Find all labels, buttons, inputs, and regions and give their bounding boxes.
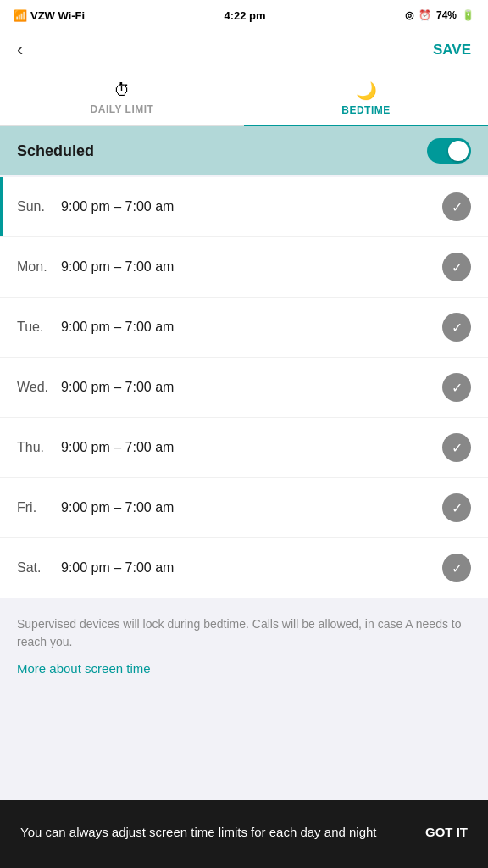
signal-icon: 📶 <box>14 9 27 22</box>
check-icon: ✓ <box>442 373 471 402</box>
location-icon: ◎ <box>405 9 413 21</box>
schedule-row-wed[interactable]: Wed. 9:00 pm – 7:00 am ✓ <box>0 358 488 418</box>
status-carrier: 📶 VZW Wi-Fi <box>14 9 85 22</box>
schedule-row-fri[interactable]: Fri. 9:00 pm – 7:00 am ✓ <box>0 478 488 538</box>
save-button[interactable]: SAVE <box>433 42 471 58</box>
time-range: 9:00 pm – 7:00 am <box>61 440 442 455</box>
tab-daily-limit[interactable]: ⏱ DAILY LIMIT <box>0 70 244 125</box>
tab-bedtime[interactable]: 🌙 BEDTIME <box>244 70 488 125</box>
back-button[interactable]: ‹ <box>17 39 23 61</box>
schedule-row-mon[interactable]: Mon. 9:00 pm – 7:00 am ✓ <box>0 237 488 298</box>
battery-icon: 🔋 <box>462 9 474 21</box>
status-right: ◎ ⏰ 74% 🔋 <box>405 9 474 21</box>
scheduled-toggle[interactable] <box>427 138 471 164</box>
info-section: Supervised devices will lock during bedt… <box>0 598 488 685</box>
time-range: 9:00 pm – 7:00 am <box>61 259 442 275</box>
toast-message: You can always adjust screen time limits… <box>20 823 408 841</box>
check-icon: ✓ <box>442 554 471 582</box>
day-label: Wed. <box>17 380 61 395</box>
schedule-row-sat[interactable]: Sat. 9:00 pm – 7:00 am ✓ <box>0 538 488 598</box>
nav-bar: ‹ SAVE <box>0 31 488 70</box>
day-label: Sat. <box>17 560 61 576</box>
scheduled-label: Scheduled <box>17 142 94 160</box>
check-icon: ✓ <box>442 493 471 522</box>
bottom-toast: You can always adjust screen time limits… <box>0 800 488 868</box>
scheduled-row: Scheduled <box>0 126 488 175</box>
status-time: 4:22 pm <box>224 9 265 22</box>
day-label: Mon. <box>17 259 61 275</box>
timer-icon: ⏱ <box>114 81 130 100</box>
schedule-row-thu[interactable]: Thu. 9:00 pm – 7:00 am ✓ <box>0 418 488 478</box>
check-icon: ✓ <box>442 253 471 281</box>
time-range: 9:00 pm – 7:00 am <box>61 199 442 214</box>
time-range: 9:00 pm – 7:00 am <box>61 320 442 335</box>
schedule-list: Sun. 9:00 pm – 7:00 am ✓ Mon. 9:00 pm – … <box>0 177 488 598</box>
check-icon: ✓ <box>442 433 471 462</box>
status-bar: 📶 VZW Wi-Fi 4:22 pm ◎ ⏰ 74% 🔋 <box>0 0 488 31</box>
info-description: Supervised devices will lock during bedt… <box>17 615 471 651</box>
day-label: Fri. <box>17 500 61 515</box>
time-range: 9:00 pm – 7:00 am <box>61 500 442 515</box>
alarm-icon: ⏰ <box>419 9 431 21</box>
time-range: 9:00 pm – 7:00 am <box>61 560 442 576</box>
day-label: Sun. <box>17 199 61 214</box>
got-it-button[interactable]: GOT IT <box>425 825 468 839</box>
tab-bar: ⏱ DAILY LIMIT 🌙 BEDTIME <box>0 70 488 126</box>
time-range: 9:00 pm – 7:00 am <box>61 380 442 395</box>
day-label: Thu. <box>17 440 61 455</box>
schedule-row-sun[interactable]: Sun. 9:00 pm – 7:00 am ✓ <box>0 177 488 237</box>
day-label: Tue. <box>17 320 61 335</box>
battery-level: 74% <box>436 9 457 21</box>
check-icon: ✓ <box>442 192 471 221</box>
check-icon: ✓ <box>442 313 471 342</box>
more-info-link[interactable]: More about screen time <box>17 661 151 676</box>
schedule-row-tue[interactable]: Tue. 9:00 pm – 7:00 am ✓ <box>0 298 488 358</box>
moon-icon: 🌙 <box>356 81 377 101</box>
